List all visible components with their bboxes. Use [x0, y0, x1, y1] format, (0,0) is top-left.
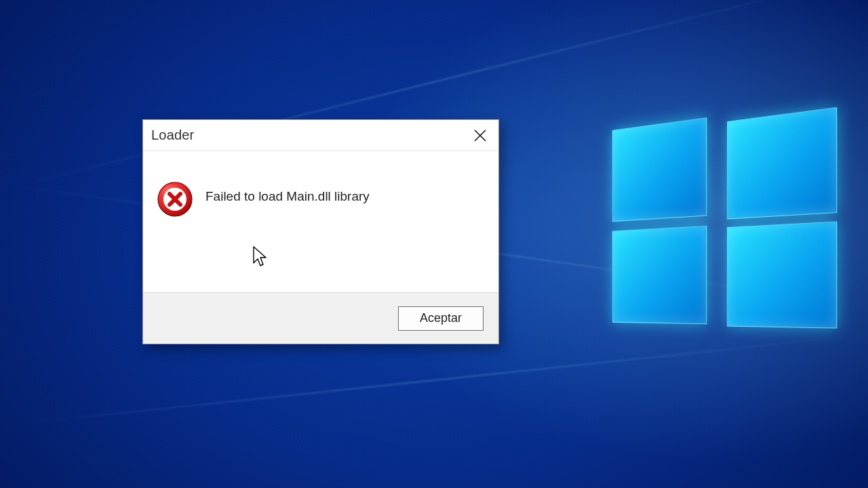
close-icon	[474, 129, 486, 142]
windows-logo-pane	[727, 222, 837, 329]
windows-logo	[604, 119, 837, 325]
dialog-footer: Aceptar	[143, 292, 498, 344]
error-icon	[157, 181, 193, 218]
windows-logo-pane	[612, 226, 707, 324]
desktop-wallpaper: Loader	[0, 0, 868, 488]
windows-logo-pane	[727, 107, 837, 220]
dialog-body: Failed to load Main.dll library	[143, 151, 498, 293]
close-button[interactable]	[462, 120, 498, 151]
error-message: Failed to load Main.dll library	[205, 177, 370, 204]
dialog-title: Loader	[151, 127, 194, 143]
error-dialog: Loader	[142, 119, 499, 344]
accept-button[interactable]: Aceptar	[398, 306, 484, 331]
dialog-titlebar[interactable]: Loader	[143, 120, 498, 151]
light-beam	[2, 334, 865, 426]
windows-logo-pane	[612, 117, 707, 222]
